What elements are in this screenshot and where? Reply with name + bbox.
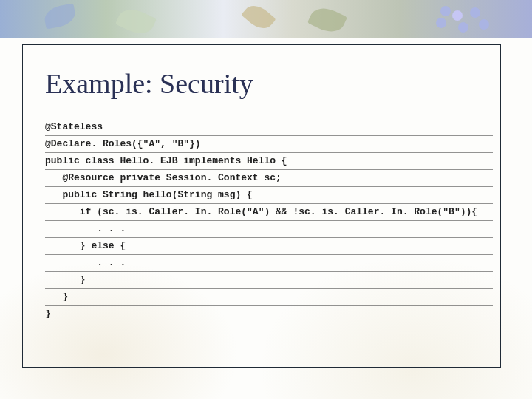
code-line: } xyxy=(45,272,493,289)
code-line: @Stateless xyxy=(45,119,493,136)
code-line: . . . xyxy=(45,221,493,238)
slide: Example: Security @Stateless @Declare. R… xyxy=(0,0,532,399)
code-line: } xyxy=(45,306,493,322)
slide-title: Example: Security xyxy=(45,67,253,100)
leaf-icon xyxy=(115,4,157,38)
code-line: public class Hello. EJB implements Hello… xyxy=(45,153,493,170)
leaf-icon xyxy=(241,0,276,34)
leaf-icon xyxy=(43,4,77,30)
code-line: } else { xyxy=(45,238,493,255)
code-line: @Declare. Roles({"A", "B"}) xyxy=(45,136,493,153)
content-frame: Example: Security @Stateless @Declare. R… xyxy=(22,44,501,368)
code-line: . . . xyxy=(45,255,493,272)
flower-icon xyxy=(436,3,525,35)
decorative-top-band xyxy=(0,0,532,38)
leaf-icon xyxy=(307,3,347,38)
code-line: if (sc. is. Caller. In. Role("A") && !sc… xyxy=(45,204,493,221)
code-line: } xyxy=(45,289,493,306)
code-block: @Stateless @Declare. Roles({"A", "B"}) p… xyxy=(45,119,493,322)
code-line: @Resource private Session. Context sc; xyxy=(45,170,493,187)
code-line: public String hello(String msg) { xyxy=(45,187,493,204)
